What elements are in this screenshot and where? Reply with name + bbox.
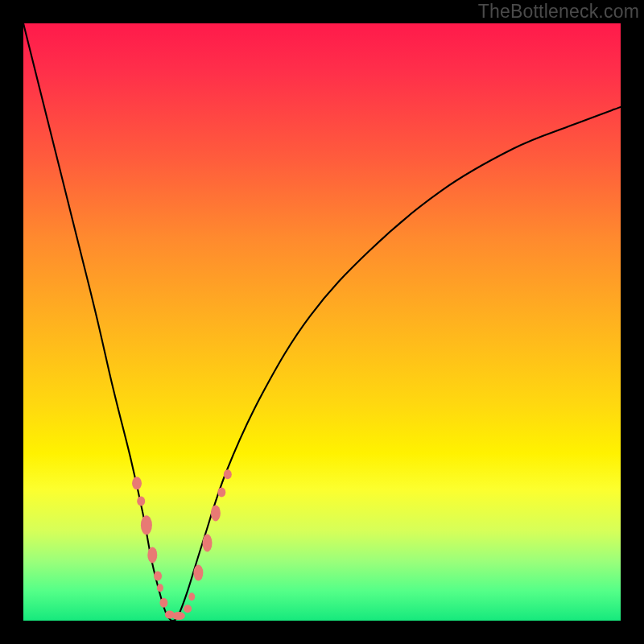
bead — [217, 488, 225, 497]
bottleneck-curve — [23, 23, 621, 621]
bead — [203, 535, 213, 552]
bead — [172, 612, 185, 620]
bead — [188, 592, 195, 601]
bead — [157, 584, 163, 592]
watermark-text: TheBottleneck.com — [478, 1, 639, 23]
bead — [132, 477, 142, 489]
plot-area — [23, 23, 621, 621]
bead — [137, 497, 145, 506]
bead — [211, 505, 221, 521]
bead — [193, 565, 203, 581]
chart-frame: TheBottleneck.com — [0, 0, 644, 644]
curve-layer — [23, 23, 621, 621]
bead — [224, 469, 232, 479]
bead-cluster — [132, 469, 232, 620]
bead — [184, 605, 192, 613]
bead — [154, 571, 162, 580]
bead — [141, 515, 152, 535]
bead — [159, 598, 167, 608]
bead — [147, 547, 157, 563]
